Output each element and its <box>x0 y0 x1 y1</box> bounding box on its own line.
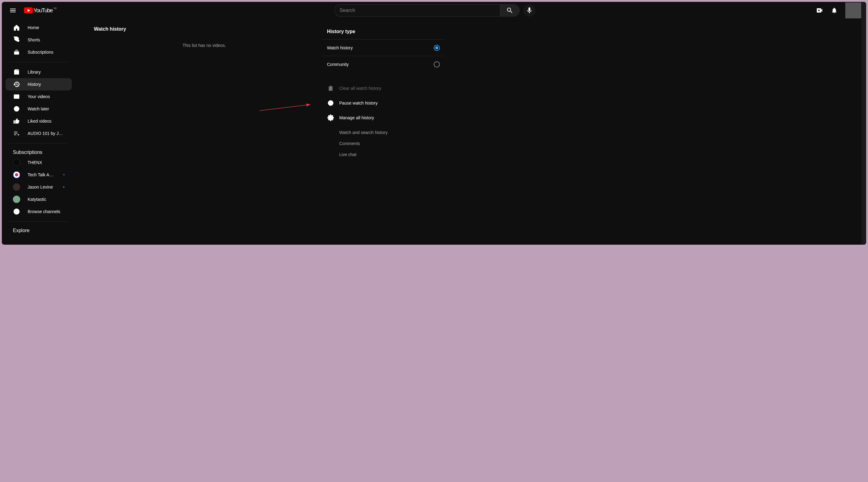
app-window: YouTube IN <box>2 2 866 245</box>
sublink-watch-search[interactable]: Watch and search history <box>339 127 445 138</box>
clear-history-button: Clear all watch history <box>322 81 445 96</box>
gear-icon <box>327 114 334 121</box>
history-icon <box>13 81 20 88</box>
history-type-option-community[interactable]: Community <box>322 56 445 72</box>
action-label: Clear all watch history <box>339 86 381 91</box>
header-start: YouTube IN <box>7 4 56 17</box>
sidebar-item-label: Subscriptions <box>28 50 53 55</box>
bell-icon <box>831 7 838 14</box>
body: Home Shorts Subscriptions Library Histor… <box>2 19 866 245</box>
channel-name: Katytastic <box>28 197 46 202</box>
manage-history-button[interactable]: Manage all history <box>322 110 445 125</box>
sidebar-item-shorts[interactable]: Shorts <box>5 34 72 46</box>
pause-history-button[interactable]: Pause watch history <box>322 96 445 110</box>
svg-point-3 <box>328 101 333 106</box>
header-end <box>813 2 861 19</box>
sidebar-browse-channels[interactable]: Browse channels <box>5 205 72 218</box>
plus-circle-icon <box>13 208 20 215</box>
history-actions: Clear all watch history Pause watch hist… <box>322 81 445 160</box>
account-avatar[interactable] <box>845 2 861 19</box>
sidebar: Home Shorts Subscriptions Library Histor… <box>2 19 75 245</box>
trash-icon <box>327 85 334 92</box>
sidebar-item-label: Browse channels <box>28 209 60 214</box>
sidebar-item-label: Watch later <box>28 106 49 111</box>
youtube-play-icon <box>24 7 33 13</box>
sidebar-item-label: Home <box>28 25 39 30</box>
sidebar-item-label: AUDIO 101 by Jaso… <box>28 131 64 136</box>
channel-avatar <box>13 196 20 203</box>
radio-icon <box>434 61 440 67</box>
sidebar-item-home[interactable]: Home <box>5 22 72 34</box>
main: Watch history This list has no videos. H… <box>75 19 866 245</box>
pause-circle-icon <box>327 99 334 107</box>
create-video-icon <box>816 7 823 14</box>
empty-state-message: This list has no videos. <box>94 43 315 48</box>
scrollbar-track[interactable] <box>862 2 866 245</box>
sidebar-item-library[interactable]: Library <box>5 66 72 78</box>
search-icon <box>506 7 514 14</box>
sidebar-subs-heading: Subscriptions <box>2 147 75 156</box>
sidebar-explore-heading: Explore <box>2 225 75 234</box>
subscriptions-icon <box>13 49 20 56</box>
thumbs-up-icon <box>13 118 20 125</box>
action-label: Pause watch history <box>339 101 378 105</box>
new-content-dot <box>63 174 64 175</box>
clock-icon <box>13 105 20 113</box>
hamburger-icon <box>9 7 17 14</box>
radio-label: Community <box>327 62 434 67</box>
channel-avatar <box>13 171 20 179</box>
new-content-dot <box>63 186 64 188</box>
shorts-icon <box>13 36 20 43</box>
sidebar-item-history[interactable]: History <box>5 78 72 91</box>
header: YouTube IN <box>2 2 866 19</box>
channel-name: THENX <box>28 160 42 165</box>
playlist-icon <box>13 130 20 137</box>
search-input[interactable] <box>334 4 500 17</box>
sidebar-item-label: Your videos <box>28 94 50 99</box>
radio-icon <box>434 45 440 51</box>
sidebar-item-label: Library <box>28 70 41 74</box>
search-box <box>334 4 520 17</box>
youtube-logo[interactable]: YouTube IN <box>24 7 56 14</box>
panel-title: History type <box>322 26 445 39</box>
youtube-wordmark: YouTube <box>33 7 53 14</box>
voice-search-button[interactable] <box>523 4 535 17</box>
search-button[interactable] <box>500 4 520 17</box>
sidebar-separator <box>9 143 68 143</box>
sidebar-sub-item[interactable]: Jason Levine <box>5 181 72 193</box>
sidebar-sub-item[interactable]: THENX <box>5 156 72 169</box>
history-type-option-watch[interactable]: Watch history <box>322 39 445 56</box>
history-type-panel: History type Watch history Community Cle… <box>322 26 445 237</box>
sidebar-item-playlist[interactable]: AUDIO 101 by Jaso… <box>5 127 72 139</box>
sidebar-sub-item[interactable]: Katytastic <box>5 193 72 205</box>
microphone-icon <box>526 7 533 14</box>
sidebar-item-label: Liked videos <box>28 119 52 124</box>
channel-avatar <box>13 159 20 166</box>
sidebar-item-liked-videos[interactable]: Liked videos <box>5 115 72 127</box>
page-title: Watch history <box>94 26 315 32</box>
notifications-button[interactable] <box>828 4 840 17</box>
sidebar-item-subscriptions[interactable]: Subscriptions <box>5 46 72 58</box>
sidebar-item-label: Shorts <box>28 37 40 42</box>
create-button[interactable] <box>813 4 826 17</box>
channel-name: Jason Levine <box>28 185 53 190</box>
home-icon <box>13 24 20 31</box>
channel-name: Tech Talk America <box>28 172 56 177</box>
sidebar-item-your-videos[interactable]: Your videos <box>5 91 72 103</box>
sublink-live-chat[interactable]: Live chat <box>339 149 445 160</box>
sidebar-item-watch-later[interactable]: Watch later <box>5 103 72 115</box>
sidebar-separator <box>9 221 68 222</box>
hamburger-menu-button[interactable] <box>7 4 19 17</box>
sidebar-sub-item[interactable]: Tech Talk America <box>5 169 72 181</box>
channel-avatar <box>13 183 20 191</box>
action-label: Manage all history <box>339 115 374 120</box>
country-code: IN <box>54 7 56 10</box>
content-column: Watch history This list has no videos. <box>94 26 315 237</box>
history-sublinks: Watch and search history Comments Live c… <box>339 127 445 160</box>
sublink-comments[interactable]: Comments <box>339 138 445 149</box>
library-icon <box>13 68 20 76</box>
header-center <box>334 4 535 17</box>
sidebar-item-label: History <box>28 82 41 87</box>
your-videos-icon <box>13 93 20 100</box>
sidebar-separator <box>9 62 68 62</box>
